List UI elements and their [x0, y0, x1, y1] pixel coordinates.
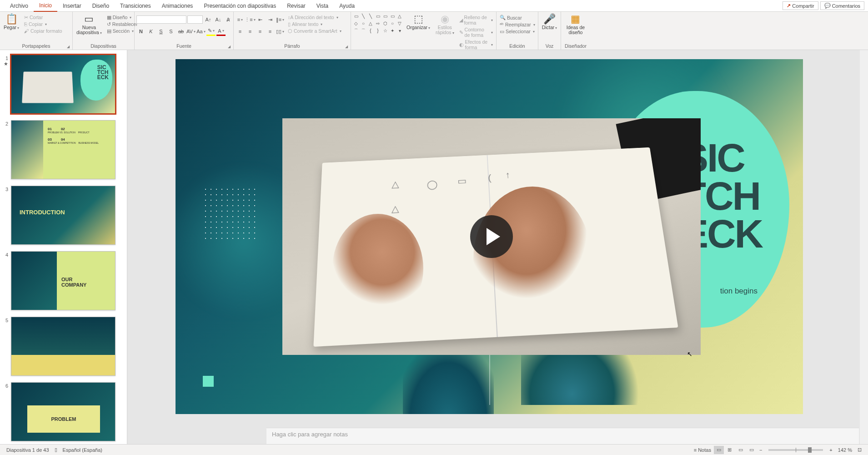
- decrease-font-icon[interactable]: A↓: [214, 15, 223, 24]
- thumb-num-3: 3: [3, 186, 8, 245]
- tab-animaciones[interactable]: Animaciones: [156, 0, 199, 11]
- normal-view-icon[interactable]: ▭: [714, 446, 724, 454]
- shadow-icon[interactable]: S: [166, 27, 176, 36]
- notes-pane[interactable]: Haga clic para agregar notas: [266, 428, 859, 444]
- language-button[interactable]: Español (España): [60, 447, 105, 453]
- slide-thumb-5[interactable]: [11, 317, 115, 376]
- zoom-out-icon[interactable]: −: [757, 447, 765, 453]
- font-color-icon[interactable]: A: [216, 27, 226, 36]
- zoom-slider[interactable]: [768, 449, 823, 451]
- slide-thumbnails-panel[interactable]: 1★ SICTCHECK 2 0102 PROBLEM VS. SOLUTION…: [0, 50, 127, 444]
- bold-icon[interactable]: N: [136, 27, 146, 36]
- align-text-button[interactable]: ▯Alinear texto: [286, 21, 343, 27]
- clear-format-icon[interactable]: A̷: [224, 15, 233, 24]
- underline-icon[interactable]: S: [156, 27, 166, 36]
- group-diapositivas: ▭ Nueva diapositiva ▦Diseño ↺Restablecer…: [73, 12, 135, 50]
- spellcheck-icon[interactable]: ▯: [52, 447, 60, 453]
- paste-label: Pegar: [4, 25, 19, 30]
- tab-revisar[interactable]: Revisar: [281, 0, 311, 11]
- outdent-icon[interactable]: ⇤: [256, 15, 265, 24]
- slide-thumb-3[interactable]: INTRODUCTION: [11, 186, 115, 245]
- tab-inicio[interactable]: Inicio: [34, 0, 57, 12]
- reading-view-icon[interactable]: ▭: [736, 446, 746, 454]
- highlight-icon[interactable]: ✎: [206, 27, 216, 36]
- bullets-icon[interactable]: ≡: [236, 15, 245, 24]
- zoom-in-icon[interactable]: +: [827, 447, 835, 453]
- replace-button[interactable]: ᵃᵇReemplazar: [498, 21, 537, 28]
- dialog-launcher-icon[interactable]: ◢: [67, 45, 70, 49]
- brush-icon: 🖌: [24, 28, 29, 34]
- slide-thumb-6[interactable]: PROBLEM: [11, 382, 115, 441]
- slide-thumb-2[interactable]: 0102 PROBLEM VS. SOLUTIONPRODUCT 0304 MA…: [11, 120, 115, 179]
- select-button[interactable]: ▭Seleccionar: [498, 28, 537, 35]
- format-painter-button[interactable]: 🖌Copiar formato: [23, 28, 63, 34]
- notes-toggle[interactable]: ≡ Notas: [691, 447, 714, 453]
- section-button[interactable]: ▤Sección: [105, 28, 139, 34]
- tab-insertar[interactable]: Insertar: [57, 0, 87, 11]
- thumb-num-6: 6: [3, 382, 8, 441]
- quick-styles-button[interactable]: ◉Estilos rápidos: [434, 13, 456, 36]
- numbering-icon[interactable]: ⋮≡: [246, 15, 255, 24]
- increase-font-icon[interactable]: A↑: [204, 15, 213, 24]
- tab-vista[interactable]: Vista: [311, 0, 334, 11]
- font-size-input[interactable]: [187, 15, 203, 24]
- justify-icon[interactable]: ≡: [266, 27, 275, 36]
- dialog-launcher-icon[interactable]: ◢: [228, 45, 231, 49]
- slide-thumb-1[interactable]: SICTCHECK: [11, 55, 115, 114]
- text-direction-button[interactable]: ↕ADirección del texto: [286, 14, 343, 20]
- group-edicion: 🔍Buscar ᵃᵇReemplazar ▭Seleccionar Edició…: [497, 12, 538, 50]
- spacing-icon[interactable]: AV: [186, 27, 196, 36]
- tab-transiciones[interactable]: Transiciones: [115, 0, 156, 11]
- fit-to-window-icon[interactable]: ⊡: [855, 447, 864, 453]
- line-spacing-icon[interactable]: ‖≡: [276, 15, 285, 24]
- new-slide-button[interactable]: ▭ Nueva diapositiva: [75, 13, 104, 36]
- embedded-video[interactable]: △ ◯ ▭ ( ↑ △: [282, 118, 701, 355]
- vertical-scrollbar[interactable]: [860, 50, 868, 444]
- paste-button[interactable]: 📋 Pegar: [2, 13, 21, 31]
- share-label: Compartir: [792, 3, 814, 9]
- copy-button[interactable]: ⎘Copiar: [23, 21, 63, 27]
- smartart-button[interactable]: ⬡Convertir a SmartArt: [286, 28, 343, 34]
- italic-icon[interactable]: K: [146, 27, 156, 36]
- comments-button[interactable]: Comentarios: [820, 1, 864, 10]
- align-right-icon[interactable]: ≡: [256, 27, 265, 36]
- arrange-button[interactable]: ⬚Organizar: [405, 13, 432, 31]
- tab-presentacion[interactable]: Presentación con diapositivas: [198, 0, 281, 11]
- group-label-edicion: Edición: [498, 43, 536, 50]
- columns-icon[interactable]: ▯▯: [276, 27, 285, 36]
- zoom-level[interactable]: 142 %: [835, 447, 855, 453]
- shapes-gallery[interactable]: ▭╲╲▭▭▭△ ◇○△⇨⬡○▽ ⌒⌒{}☆✦▾: [353, 13, 403, 34]
- share-button[interactable]: Compartir: [783, 1, 818, 10]
- slide-canvas[interactable]: SICTCHECK tion begins △ ◯ ▭ ( ↑ △: [176, 59, 803, 414]
- tab-archivo[interactable]: Archivo: [5, 0, 34, 11]
- slide-counter[interactable]: Diapositiva 1 de 43: [4, 447, 52, 453]
- font-name-input[interactable]: [136, 15, 186, 24]
- reset-button[interactable]: ↺Restablecer: [105, 21, 139, 27]
- slideshow-view-icon[interactable]: ▭: [747, 446, 757, 454]
- new-slide-icon: ▭: [84, 14, 94, 24]
- tab-ayuda[interactable]: Ayuda: [334, 0, 360, 11]
- layout-button[interactable]: ▦Diseño: [105, 14, 139, 20]
- align-center-icon[interactable]: ≡: [246, 27, 255, 36]
- shape-fill-button[interactable]: ◢Relleno de forma: [458, 14, 494, 26]
- tab-diseno[interactable]: Diseño: [87, 0, 115, 11]
- dictate-button[interactable]: 🎤Dictar: [540, 13, 559, 31]
- design-ideas-button[interactable]: ▦Ideas de diseño: [565, 13, 587, 36]
- shape-outline-button[interactable]: ✎Contorno de forma: [458, 26, 494, 38]
- design-ideas-label: Ideas de diseño: [567, 25, 585, 35]
- sorter-view-icon[interactable]: ⊞: [725, 446, 735, 454]
- group-disenador: ▦Ideas de diseño Diseñador: [561, 12, 590, 50]
- play-icon[interactable]: [470, 215, 513, 258]
- cut-button[interactable]: ✂Cortar: [23, 14, 63, 20]
- dialog-launcher-icon[interactable]: ◢: [345, 45, 348, 49]
- align-left-icon[interactable]: ≡: [236, 27, 245, 36]
- slide-thumb-4[interactable]: OUR COMPANY: [11, 251, 115, 310]
- indent-icon[interactable]: ⇥: [266, 15, 275, 24]
- group-label-voz: Voz: [540, 43, 559, 50]
- strike-icon[interactable]: ab: [176, 27, 186, 36]
- shape-effects-button[interactable]: ◐Efectos de forma: [458, 39, 494, 51]
- slide-edit-area[interactable]: SICTCHECK tion begins △ ◯ ▭ ( ↑ △: [130, 50, 868, 444]
- group-fuente: A↑ A↓ A̷ N K S S ab AV Aa ✎ A Fuente◢: [135, 12, 234, 50]
- case-icon[interactable]: Aa: [196, 27, 206, 36]
- find-button[interactable]: 🔍Buscar: [498, 14, 537, 21]
